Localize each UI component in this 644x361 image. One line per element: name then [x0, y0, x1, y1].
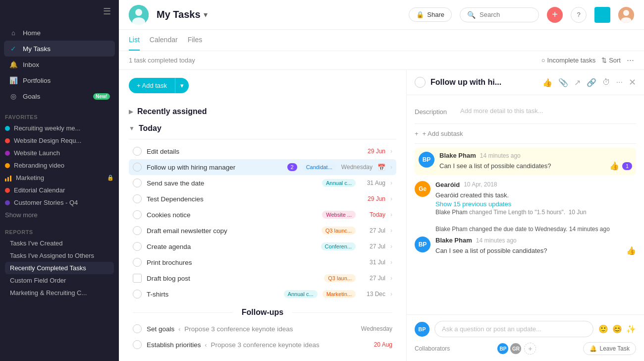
- task-check-edit-details[interactable]: [133, 147, 142, 156]
- favorite-item-website-design[interactable]: Website Design Requ...: [0, 134, 119, 147]
- collapse-sidebar-button[interactable]: ☰: [103, 6, 111, 17]
- show-updates-button[interactable]: Show 15 previous updates: [435, 200, 636, 208]
- recently-assigned-header[interactable]: ▶ Recently assigned: [129, 103, 396, 120]
- smile-icon[interactable]: 😊: [612, 324, 622, 334]
- sidebar-item-my-tasks[interactable]: ✓ My Tasks: [4, 41, 115, 57]
- comment-item-gearoid: Ge Gearóid 10 Apr, 2018 Gearóid created …: [415, 181, 636, 216]
- favorite-item-marketing[interactable]: Marketing 🔒: [0, 172, 119, 184]
- task-check-print-brochures[interactable]: [133, 258, 142, 267]
- task-check-create-agenda[interactable]: [133, 242, 142, 251]
- sidebar-item-portfolios-label: Portfolios: [23, 77, 110, 84]
- collab-avatar-1[interactable]: BP: [496, 342, 509, 355]
- task-check-set-goals[interactable]: [133, 324, 142, 333]
- tab-files[interactable]: Files: [188, 30, 203, 51]
- thumbs-up-icon[interactable]: 👍: [542, 78, 552, 87]
- report-tasks-assigned[interactable]: Tasks I've Assigned to Others: [5, 249, 114, 262]
- task-row-establish-priorities[interactable]: Establish priorities ‹ Propose 3 confere…: [129, 337, 396, 353]
- add-task-dropdown-button[interactable]: ▾: [175, 78, 189, 93]
- task-row-follow-up[interactable]: 2 Candidat... Wednesday 📅 ›: [129, 159, 396, 175]
- date-changed-message: Blake Pham changed the due date to Wedne…: [435, 224, 636, 237]
- favorite-item-rebranding[interactable]: Rebranding video: [0, 159, 119, 172]
- favorite-item-editorial[interactable]: Editorial Calendar: [0, 184, 119, 196]
- search-input[interactable]: [480, 11, 532, 18]
- user-avatar-header[interactable]: [129, 5, 149, 25]
- add-button[interactable]: +: [547, 7, 563, 23]
- task-row-print-brochures[interactable]: Print brochures 31 Jul ›: [129, 254, 396, 270]
- calendar-icon: 📅: [377, 164, 385, 171]
- emoji-icon[interactable]: 🙂: [598, 324, 608, 334]
- add-subtask-row[interactable]: + + Add subtask: [415, 124, 636, 144]
- timer-icon[interactable]: ⏱: [602, 78, 610, 87]
- search-box[interactable]: 🔍: [460, 7, 539, 22]
- title-chevron-icon[interactable]: ▾: [204, 10, 208, 19]
- task-date-set-goals: Wednesday: [361, 325, 392, 332]
- sidebar-item-home[interactable]: ⌂ Home: [4, 25, 115, 41]
- task-row-edit-details[interactable]: Edit details 29 Jun ›: [129, 143, 396, 159]
- show-more-button[interactable]: Show more: [0, 209, 119, 221]
- task-row-send-save[interactable]: Send save the date Annual c... 31 Aug ›: [129, 175, 396, 191]
- sidebar-item-inbox[interactable]: 🔔 Inbox: [4, 57, 115, 72]
- attachment-icon[interactable]: 📎: [558, 78, 568, 87]
- workspace-icon[interactable]: [594, 7, 610, 23]
- help-button[interactable]: ?: [571, 7, 587, 23]
- task-tag-conference: Conferen...: [321, 242, 356, 250]
- collab-avatar-2[interactable]: GR: [509, 342, 522, 355]
- more-icon[interactable]: ···: [616, 78, 623, 87]
- tab-calendar[interactable]: Calendar: [150, 30, 178, 51]
- add-collaborator-button[interactable]: +: [524, 343, 536, 355]
- comment-text-gearoid: Gearóid created this task.: [435, 191, 509, 199]
- task-row-tshirts[interactable]: T-shirts Annual c... Marketin... 13 Dec …: [129, 286, 396, 302]
- report-custom-field[interactable]: Custom Field Order: [5, 274, 114, 287]
- comment-item-blake-1: BP Blake Pham 14 minutes ago Can I see a…: [415, 148, 636, 175]
- today-section-header[interactable]: ▼ Today: [129, 120, 396, 137]
- star-icon[interactable]: ✨: [626, 324, 636, 334]
- like-icon-2[interactable]: 👍: [626, 246, 636, 255]
- share-task-icon[interactable]: ↗: [574, 78, 581, 87]
- favorite-label-marketing: Marketing: [16, 174, 103, 181]
- home-icon: ⌂: [9, 28, 18, 37]
- task-row-cookies[interactable]: Cookies notice Website ... Today ›: [129, 207, 396, 223]
- favorite-item-website-launch[interactable]: Website Launch: [0, 147, 119, 159]
- report-recently-completed[interactable]: Recently Completed Tasks: [5, 262, 114, 274]
- more-options-button[interactable]: ···: [627, 55, 634, 65]
- sort-button[interactable]: ⇅ Sort: [601, 57, 621, 64]
- description-placeholder[interactable]: Add more detail to this task...: [460, 107, 543, 115]
- task-name-input-follow-up[interactable]: [147, 164, 282, 171]
- report-marketing-recruiting[interactable]: Marketing & Recruiting C...: [5, 287, 114, 299]
- favorite-item-recruiting[interactable]: Recruiting weekly me...: [0, 122, 119, 134]
- task-check-draft-email[interactable]: [133, 226, 142, 235]
- sidebar-item-goals[interactable]: ◎ Goals New!: [4, 88, 115, 104]
- task-check-test-dep[interactable]: [133, 194, 142, 203]
- share-button[interactable]: 🔒 Share: [409, 7, 452, 22]
- task-row-set-goals[interactable]: Set goals ‹ Propose 3 conference keynote…: [129, 321, 396, 337]
- report-tasks-created[interactable]: Tasks I've Created: [5, 237, 114, 249]
- comment-input[interactable]: [434, 321, 593, 337]
- sidebar-item-my-tasks-label: My Tasks: [23, 45, 110, 53]
- task-row-draft-email[interactable]: Draft email newsletter copy Q3 launc... …: [129, 223, 396, 239]
- task-row-draft-blog[interactable]: Draft blog post Q3 laun... 27 Jul ›: [129, 270, 396, 286]
- leave-task-button[interactable]: 🔔 Leave Task: [583, 342, 637, 355]
- detail-action-icons: 👍 📎 ↗ 🔗 ⏱ ··· ✕: [542, 77, 636, 88]
- check-circle-icon: ✓: [9, 44, 18, 53]
- task-row-create-agenda[interactable]: Create agenda Conferen... 27 Jul ›: [129, 239, 396, 254]
- dot-customer-stories: [5, 200, 10, 205]
- tab-list[interactable]: List: [129, 30, 140, 51]
- task-check-cookies[interactable]: [133, 210, 142, 219]
- task-check-establish-priorities[interactable]: [133, 340, 142, 349]
- incomplete-tasks-filter[interactable]: ○ Incomplete tasks: [541, 57, 595, 64]
- task-check-tshirts[interactable]: [133, 290, 142, 299]
- task-check-draft-blog[interactable]: [133, 274, 142, 283]
- link-icon[interactable]: 🔗: [587, 78, 596, 87]
- content-area: + Add task ▾ ▶ Recently assigned ▼ Today…: [119, 70, 644, 361]
- task-check-send-save[interactable]: [133, 179, 142, 187]
- detail-task-check[interactable]: [415, 77, 426, 88]
- sidebar-item-portfolios[interactable]: 📊 Portfolios: [4, 72, 115, 88]
- task-check-follow-up[interactable]: [133, 163, 142, 172]
- add-task-button[interactable]: + Add task: [129, 78, 175, 93]
- task-row-test-dep[interactable]: Test Dependencies 29 Jun ›: [129, 191, 396, 207]
- like-icon[interactable]: 👍: [609, 161, 619, 171]
- favorite-item-customer-stories[interactable]: Customer Stories - Q4: [0, 196, 119, 209]
- close-detail-button[interactable]: ✕: [629, 77, 636, 88]
- user-avatar-menu[interactable]: [618, 7, 634, 23]
- task-arrow-icon: ›: [390, 259, 392, 266]
